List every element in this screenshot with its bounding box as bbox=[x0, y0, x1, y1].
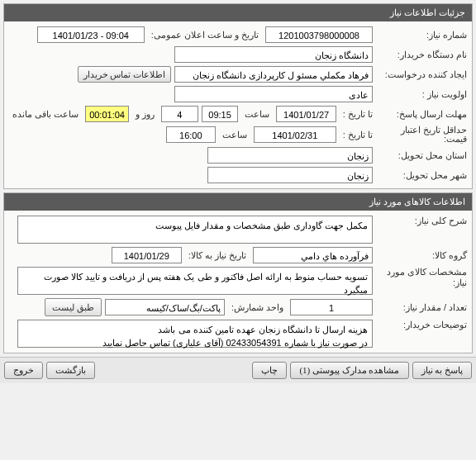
price-time-field: 16:00 bbox=[166, 126, 216, 143]
need-no-field: 1201003798000008 bbox=[265, 26, 373, 43]
city-field: زنجان bbox=[207, 167, 373, 183]
price-until-label: تا تاریخ : bbox=[340, 130, 373, 140]
panel2-title: اطلاعات کالاهای مورد نیاز bbox=[4, 193, 472, 211]
unit-field: پاکت/بگ/ساک/کیسه bbox=[105, 299, 225, 315]
resp-deadline-label: مهلت ارسال پاسخ: bbox=[376, 110, 467, 119]
panel1-body: شماره نیاز: 1201003798000008 تاریخ و ساع… bbox=[4, 21, 472, 188]
goods-info-panel: اطلاعات کالاهای مورد نیاز شرح کلی نیاز: … bbox=[3, 192, 473, 353]
requester-field: فرهاد مكملي مسئو ل کارپردازی دانشگاه زنج… bbox=[174, 66, 373, 83]
buyer-contact-button[interactable]: اطلاعات تماس خریدار bbox=[78, 66, 172, 83]
province-label: استان محل تحویل: bbox=[376, 150, 467, 161]
footer-toolbar: پاسخ به نیاز مشاهده مدارک پیوستی (1) چاپ… bbox=[0, 357, 476, 383]
qty-label: تعداد / مقدار نیاز: bbox=[376, 302, 467, 313]
announce-label: تاریخ و ساعت اعلان عمومی: bbox=[148, 30, 262, 40]
back-button[interactable]: بازگشت bbox=[46, 362, 95, 379]
resp-date-field: 1401/01/27 bbox=[276, 106, 336, 122]
price-valid-label: حداقل تاریخ اعتبار قیمت: bbox=[376, 126, 467, 144]
need-date-field: 1401/01/29 bbox=[112, 247, 182, 263]
group-field: فرآورده هاي دامي bbox=[253, 247, 373, 263]
footer-spacer bbox=[98, 362, 249, 379]
need-details-panel: جزئیات اطلاعات نیاز شماره نیاز: 12010037… bbox=[3, 3, 473, 189]
group-label: گروه کالا: bbox=[376, 250, 467, 261]
priority-label: اولویت نیاز : bbox=[376, 89, 467, 100]
need-date-label: تاریخ نیاز به کالا: bbox=[185, 250, 250, 261]
respond-button[interactable]: پاسخ به نیاز bbox=[412, 362, 473, 379]
spec-field: تسویه حساب منوط به ارائه اصل فاکتور و طی… bbox=[17, 267, 373, 295]
price-date-field: 1401/02/31 bbox=[254, 126, 336, 143]
unit-label: واحد شمارش: bbox=[228, 302, 287, 313]
exit-button[interactable]: خروج bbox=[4, 362, 43, 379]
print-button[interactable]: چاپ bbox=[252, 362, 287, 379]
desc-field: مکمل جهت گاوداری طبق مشخصات و مقدار فایل… bbox=[17, 216, 373, 244]
resp-time-label: ساعت bbox=[241, 109, 273, 120]
panel2-body: شرح کلی نیاز: مکمل جهت گاوداری طبق مشخصا… bbox=[4, 211, 472, 353]
buyer-label: نام دستگاه خریدار: bbox=[376, 50, 467, 60]
spec-label: مشخصات کالای مورد نیاز: bbox=[376, 267, 467, 288]
buyer-field: دانشگاه زنجان bbox=[174, 46, 373, 63]
announce-datetime-field: 1401/01/23 - 09:04 bbox=[37, 26, 145, 43]
province-field: زنجان bbox=[207, 147, 373, 164]
requester-label: ایجاد کننده درخواست: bbox=[376, 69, 467, 80]
countdown-field: 00:01:04 bbox=[85, 106, 129, 122]
need-no-label: شماره نیاز: bbox=[376, 30, 467, 40]
days-label: روز و bbox=[132, 109, 158, 120]
notes-field: هزینه ارسال تا دانشگاه زنجان عهده تامین … bbox=[17, 320, 373, 348]
city-label: شهر محل تحویل: bbox=[376, 170, 467, 181]
per-list-button[interactable]: طبق لیست bbox=[45, 298, 102, 316]
days-field: 4 bbox=[161, 106, 198, 122]
panel1-title: جزئیات اطلاعات نیاز bbox=[4, 4, 472, 21]
desc-label: شرح کلی نیاز: bbox=[376, 216, 467, 226]
price-time-label: ساعت bbox=[219, 130, 250, 140]
qty-field: 1 bbox=[290, 299, 373, 315]
resp-time-field: 09:15 bbox=[202, 106, 239, 122]
remain-label: ساعت باقی مانده bbox=[9, 109, 82, 120]
priority-field: عادی bbox=[174, 86, 373, 102]
view-attachments-button[interactable]: مشاهده مدارک پیوستی (1) bbox=[290, 362, 408, 379]
resp-until-label: تا تاریخ : bbox=[340, 109, 373, 120]
notes-label: توضیحات خریدار: bbox=[376, 320, 467, 330]
